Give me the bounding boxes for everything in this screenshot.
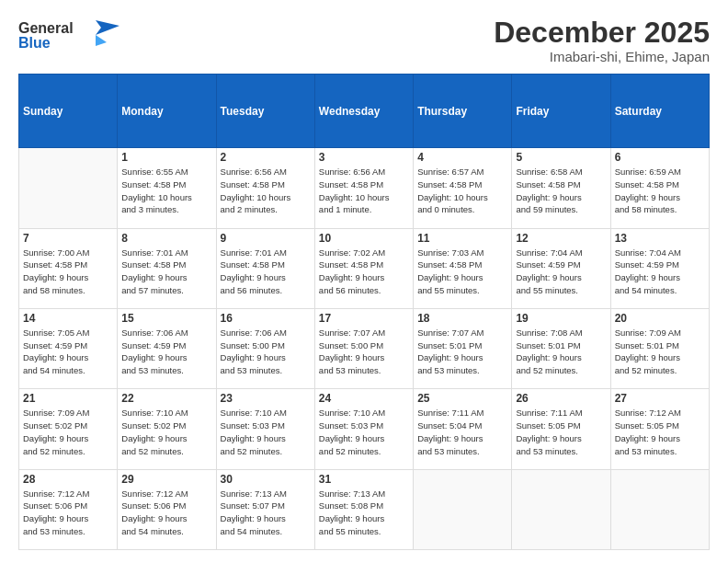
day-cell: 25Sunrise: 7:11 AMSunset: 5:04 PMDayligh… bbox=[414, 389, 512, 469]
week-row-1: 7Sunrise: 7:00 AMSunset: 4:58 PMDaylight… bbox=[19, 228, 710, 308]
day-number: 19 bbox=[516, 312, 606, 325]
logo-svg: General Blue bbox=[18, 17, 119, 57]
page: General Blue December 2025 Imabari-shi, … bbox=[0, 0, 728, 563]
day-number: 29 bbox=[121, 473, 211, 486]
day-cell: 18Sunrise: 7:07 AMSunset: 5:01 PMDayligh… bbox=[414, 308, 512, 388]
day-cell: 24Sunrise: 7:10 AMSunset: 5:03 PMDayligh… bbox=[314, 389, 413, 469]
week-row-3: 21Sunrise: 7:09 AMSunset: 5:02 PMDayligh… bbox=[19, 389, 710, 469]
day-info: Sunrise: 7:03 AMSunset: 4:58 PMDaylight:… bbox=[417, 247, 507, 297]
title-block: December 2025 Imabari-shi, Ehime, Japan bbox=[494, 17, 710, 64]
col-header-sunday: Sunday bbox=[19, 75, 118, 148]
calendar-table: SundayMondayTuesdayWednesdayThursdayFrid… bbox=[18, 74, 710, 550]
day-cell: 17Sunrise: 7:07 AMSunset: 5:00 PMDayligh… bbox=[314, 308, 413, 388]
day-number: 22 bbox=[121, 392, 211, 405]
day-cell bbox=[19, 148, 118, 228]
day-cell: 9Sunrise: 7:01 AMSunset: 4:58 PMDaylight… bbox=[216, 228, 314, 308]
svg-text:Blue: Blue bbox=[18, 35, 51, 51]
day-info: Sunrise: 7:06 AMSunset: 5:00 PMDaylight:… bbox=[221, 327, 311, 377]
day-cell: 6Sunrise: 6:59 AMSunset: 4:58 PMDaylight… bbox=[610, 148, 709, 228]
week-row-2: 14Sunrise: 7:05 AMSunset: 4:59 PMDayligh… bbox=[19, 308, 710, 388]
day-cell: 20Sunrise: 7:09 AMSunset: 5:01 PMDayligh… bbox=[610, 308, 709, 388]
week-row-0: 1Sunrise: 6:55 AMSunset: 4:58 PMDaylight… bbox=[19, 148, 710, 228]
day-number: 6 bbox=[615, 151, 705, 164]
day-info: Sunrise: 7:10 AMSunset: 5:03 PMDaylight:… bbox=[319, 407, 409, 457]
day-info: Sunrise: 7:01 AMSunset: 4:58 PMDaylight:… bbox=[221, 247, 311, 297]
day-number: 17 bbox=[319, 312, 409, 325]
day-number: 3 bbox=[319, 151, 409, 164]
day-number: 4 bbox=[417, 151, 507, 164]
day-number: 30 bbox=[221, 473, 311, 486]
day-info: Sunrise: 7:07 AMSunset: 5:01 PMDaylight:… bbox=[417, 327, 507, 377]
day-cell: 19Sunrise: 7:08 AMSunset: 5:01 PMDayligh… bbox=[512, 308, 610, 388]
day-cell: 8Sunrise: 7:01 AMSunset: 4:58 PMDaylight… bbox=[118, 228, 216, 308]
day-info: Sunrise: 6:56 AMSunset: 4:58 PMDaylight:… bbox=[221, 166, 311, 216]
logo: General Blue bbox=[18, 17, 119, 61]
day-info: Sunrise: 7:04 AMSunset: 4:59 PMDaylight:… bbox=[615, 247, 705, 297]
day-info: Sunrise: 7:01 AMSunset: 4:58 PMDaylight:… bbox=[121, 247, 211, 297]
day-info: Sunrise: 7:04 AMSunset: 4:59 PMDaylight:… bbox=[516, 247, 606, 297]
day-info: Sunrise: 7:07 AMSunset: 5:00 PMDaylight:… bbox=[319, 327, 409, 377]
day-info: Sunrise: 7:12 AMSunset: 5:05 PMDaylight:… bbox=[615, 407, 705, 457]
day-cell: 28Sunrise: 7:12 AMSunset: 5:06 PMDayligh… bbox=[19, 469, 118, 549]
day-cell: 4Sunrise: 6:57 AMSunset: 4:58 PMDaylight… bbox=[414, 148, 512, 228]
day-info: Sunrise: 7:05 AMSunset: 4:59 PMDaylight:… bbox=[23, 327, 113, 377]
day-info: Sunrise: 7:12 AMSunset: 5:06 PMDaylight:… bbox=[23, 488, 113, 538]
day-number: 1 bbox=[121, 151, 211, 164]
logo-text: General Blue bbox=[18, 17, 119, 61]
day-number: 14 bbox=[23, 312, 113, 325]
day-cell: 31Sunrise: 7:13 AMSunset: 5:08 PMDayligh… bbox=[314, 469, 413, 549]
day-cell: 13Sunrise: 7:04 AMSunset: 4:59 PMDayligh… bbox=[610, 228, 709, 308]
calendar-header-row: SundayMondayTuesdayWednesdayThursdayFrid… bbox=[19, 75, 710, 148]
day-number: 18 bbox=[417, 312, 507, 325]
day-number: 11 bbox=[417, 232, 507, 245]
calendar-body: 1Sunrise: 6:55 AMSunset: 4:58 PMDaylight… bbox=[19, 148, 710, 550]
day-number: 13 bbox=[615, 232, 705, 245]
day-number: 9 bbox=[221, 232, 311, 245]
month-title: December 2025 bbox=[494, 17, 710, 49]
day-info: Sunrise: 6:59 AMSunset: 4:58 PMDaylight:… bbox=[615, 166, 705, 216]
day-info: Sunrise: 7:09 AMSunset: 5:02 PMDaylight:… bbox=[23, 407, 113, 457]
day-number: 25 bbox=[417, 392, 507, 405]
day-cell: 5Sunrise: 6:58 AMSunset: 4:58 PMDaylight… bbox=[512, 148, 610, 228]
day-number: 7 bbox=[23, 232, 113, 245]
day-number: 21 bbox=[23, 392, 113, 405]
day-info: Sunrise: 7:11 AMSunset: 5:04 PMDaylight:… bbox=[417, 407, 507, 457]
day-cell: 22Sunrise: 7:10 AMSunset: 5:02 PMDayligh… bbox=[118, 389, 216, 469]
svg-text:General: General bbox=[18, 20, 74, 36]
col-header-wednesday: Wednesday bbox=[314, 75, 413, 148]
day-cell: 26Sunrise: 7:11 AMSunset: 5:05 PMDayligh… bbox=[512, 389, 610, 469]
day-info: Sunrise: 7:00 AMSunset: 4:58 PMDaylight:… bbox=[23, 247, 113, 297]
day-info: Sunrise: 7:10 AMSunset: 5:03 PMDaylight:… bbox=[221, 407, 311, 457]
day-number: 12 bbox=[516, 232, 606, 245]
day-number: 10 bbox=[319, 232, 409, 245]
day-number: 15 bbox=[121, 312, 211, 325]
day-number: 8 bbox=[121, 232, 211, 245]
day-cell bbox=[610, 469, 709, 549]
day-cell: 14Sunrise: 7:05 AMSunset: 4:59 PMDayligh… bbox=[19, 308, 118, 388]
col-header-tuesday: Tuesday bbox=[216, 75, 314, 148]
day-cell: 23Sunrise: 7:10 AMSunset: 5:03 PMDayligh… bbox=[216, 389, 314, 469]
day-cell: 12Sunrise: 7:04 AMSunset: 4:59 PMDayligh… bbox=[512, 228, 610, 308]
day-cell: 30Sunrise: 7:13 AMSunset: 5:07 PMDayligh… bbox=[216, 469, 314, 549]
day-cell bbox=[414, 469, 512, 549]
day-info: Sunrise: 7:02 AMSunset: 4:58 PMDaylight:… bbox=[319, 247, 409, 297]
day-number: 31 bbox=[319, 473, 409, 486]
svg-marker-2 bbox=[96, 20, 119, 35]
svg-marker-3 bbox=[96, 35, 107, 46]
day-cell: 2Sunrise: 6:56 AMSunset: 4:58 PMDaylight… bbox=[216, 148, 314, 228]
day-cell: 1Sunrise: 6:55 AMSunset: 4:58 PMDaylight… bbox=[118, 148, 216, 228]
day-cell: 29Sunrise: 7:12 AMSunset: 5:06 PMDayligh… bbox=[118, 469, 216, 549]
day-cell: 3Sunrise: 6:56 AMSunset: 4:58 PMDaylight… bbox=[314, 148, 413, 228]
day-cell: 21Sunrise: 7:09 AMSunset: 5:02 PMDayligh… bbox=[19, 389, 118, 469]
col-header-friday: Friday bbox=[512, 75, 610, 148]
day-cell: 11Sunrise: 7:03 AMSunset: 4:58 PMDayligh… bbox=[414, 228, 512, 308]
day-info: Sunrise: 7:10 AMSunset: 5:02 PMDaylight:… bbox=[121, 407, 211, 457]
day-cell: 27Sunrise: 7:12 AMSunset: 5:05 PMDayligh… bbox=[610, 389, 709, 469]
day-info: Sunrise: 7:09 AMSunset: 5:01 PMDaylight:… bbox=[615, 327, 705, 377]
day-number: 24 bbox=[319, 392, 409, 405]
day-info: Sunrise: 7:12 AMSunset: 5:06 PMDaylight:… bbox=[121, 488, 211, 538]
col-header-monday: Monday bbox=[118, 75, 216, 148]
day-cell: 10Sunrise: 7:02 AMSunset: 4:58 PMDayligh… bbox=[314, 228, 413, 308]
day-info: Sunrise: 6:58 AMSunset: 4:58 PMDaylight:… bbox=[516, 166, 606, 216]
day-info: Sunrise: 7:08 AMSunset: 5:01 PMDaylight:… bbox=[516, 327, 606, 377]
